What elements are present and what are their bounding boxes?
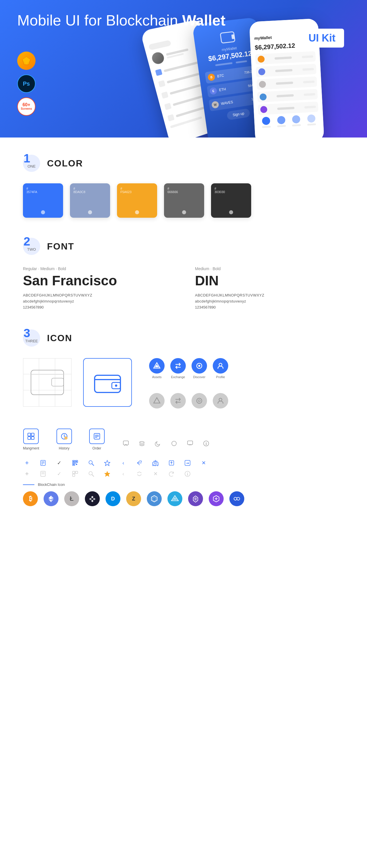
color-card-dark-grey: #666666: [164, 183, 204, 218]
qr-icon-gray: [71, 470, 79, 478]
svg-rect-25: [28, 437, 31, 439]
order-icon: [89, 429, 105, 444]
sf-nums: 1234567890: [23, 305, 172, 309]
discover-outline-icon: [192, 393, 207, 408]
assets-icon: [149, 358, 165, 374]
color-swatch-grey: #8DA0C8: [70, 183, 110, 218]
svg-rect-63: [76, 471, 78, 473]
icon-item-exchange: Exchange: [170, 358, 186, 379]
color-card-orange: #F5A623: [117, 183, 157, 218]
badges-column: Ps 60+ Screens: [17, 52, 35, 116]
ps-badge: Ps: [17, 74, 35, 93]
svg-point-13: [115, 384, 117, 387]
color-swatch-dark-grey: #666666: [164, 183, 204, 218]
order-icon-item: Order: [89, 429, 105, 450]
hero-title: Mobile UI for Blockchain Wallet: [17, 11, 225, 29]
svg-rect-48: [76, 461, 77, 462]
plus-icon: +: [23, 459, 31, 467]
svg-marker-73: [51, 499, 54, 502]
small-icons-row-2: + ✓ ‹ ✕: [23, 470, 344, 478]
matic-icon: [209, 491, 224, 506]
icon-item-discover: Discover: [192, 358, 207, 379]
star-icon: [103, 459, 111, 467]
chevron-left-icon: ‹: [119, 459, 127, 467]
app-nav-row: Mangment History Order: [23, 429, 344, 450]
sketch-badge: [17, 52, 35, 70]
svg-marker-67: [105, 471, 110, 477]
svg-rect-11: [94, 379, 120, 380]
din-name: DIN: [195, 273, 344, 288]
color-card-black: #303030: [211, 183, 251, 218]
svg-point-22: [219, 398, 222, 401]
din-lower: abcdefghijklmnopqrstuvwxyz: [195, 299, 344, 303]
svg-rect-8: [31, 374, 64, 375]
svg-point-18: [219, 363, 222, 366]
svg-marker-77: [152, 497, 156, 501]
x-icon-gray: ✕: [151, 470, 160, 478]
speech-icon: [186, 439, 194, 447]
star-icon-gold: [103, 470, 111, 478]
svg-marker-19: [154, 398, 160, 403]
svg-marker-54: [105, 460, 110, 466]
main-content: 1 ONE COLOR #3574FA #8DA0C8 #F5A623: [0, 137, 367, 544]
swap-icon: [184, 459, 192, 467]
svg-point-20: [197, 398, 202, 403]
small-icons-row-1: + ✓ ‹: [23, 459, 344, 467]
blockchain-divider: BlockChain Icon: [23, 483, 344, 487]
eth-icon: [44, 491, 58, 506]
svg-rect-23: [28, 433, 31, 436]
section-num-1: 1 ONE: [23, 155, 40, 172]
font-col-sf: Regular · Medium · Bold San Francisco AB…: [23, 267, 172, 309]
redo-icon-gray: [167, 470, 175, 478]
svg-rect-50: [76, 464, 77, 465]
font-section: 2 TWO FONT Regular · Medium · Bold San F…: [23, 238, 344, 309]
btc-icon: ₿: [23, 491, 38, 506]
section-num-2: 2 TWO: [23, 238, 40, 255]
moon-icon: [154, 439, 162, 447]
screens-badge: 60+ Screens: [17, 97, 35, 116]
management-icon-item: Mangment: [23, 429, 39, 450]
gear-icon: [151, 459, 160, 467]
icon-grid-construction: [23, 358, 72, 407]
din-weights: Medium · Bold: [195, 267, 344, 271]
misc-icons-row1: [122, 439, 210, 447]
icon-large-wrap: [23, 358, 132, 407]
sf-name: San Francisco: [23, 273, 172, 288]
hex-icon: [147, 491, 162, 506]
font-title: FONT: [47, 241, 74, 252]
history-icon: [56, 429, 72, 444]
svg-point-21: [198, 400, 200, 402]
arw-icon: [188, 491, 203, 506]
discover-icon: [192, 358, 207, 374]
svg-rect-26: [31, 437, 34, 439]
sf-lower: abcdefghijklmnopqrstuvwxyz: [23, 299, 172, 303]
divider-line: [23, 485, 34, 485]
svg-rect-7: [31, 370, 64, 395]
hero-text: Mobile UI for Blockchain Wallet: [17, 11, 225, 32]
order-label: Order: [92, 446, 101, 450]
check-icon-gray: ✓: [55, 470, 63, 478]
color-section: 1 ONE COLOR #3574FA #8DA0C8 #F5A623: [23, 155, 344, 218]
icon-wallet-final: [83, 358, 132, 407]
svg-point-70: [187, 472, 188, 473]
svg-line-66: [92, 475, 94, 476]
din-upper: ABCDEFGHIJKLMNOPQRSTUVWXYZ: [195, 293, 344, 297]
hero-section: Mobile UI for Blockchain Wallet UI Kit P…: [0, 0, 367, 137]
close-icon: ✕: [200, 459, 207, 467]
color-dot: [182, 210, 186, 214]
nav-icons-outline: [149, 393, 228, 408]
font-col-din: Medium · Bold DIN ABCDEFGHIJKLMNOPQRSTUV…: [195, 267, 344, 309]
svg-marker-72: [49, 496, 51, 500]
color-swatch-black: #303030: [211, 183, 251, 218]
assets-outline-icon: [149, 393, 165, 408]
search-icon: [87, 459, 95, 467]
svg-rect-24: [31, 433, 34, 436]
check-icon: ✓: [55, 459, 63, 467]
svg-point-52: [89, 461, 92, 464]
misc-icons: [122, 439, 210, 450]
sky-icon: [167, 491, 182, 506]
din-nums: 1234567890: [195, 305, 344, 309]
color-swatch-orange: #F5A623: [117, 183, 157, 218]
exchange-outline-icon: [170, 393, 186, 408]
svg-rect-10: [94, 375, 120, 393]
